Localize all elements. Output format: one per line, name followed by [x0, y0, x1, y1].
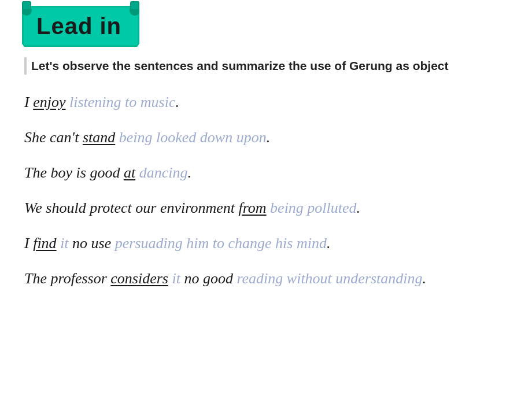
- main-content: Let's observe the sentences and summariz…: [0, 47, 532, 320]
- banner-background: Lead in: [22, 6, 139, 47]
- curl-right-decoration: [130, 1, 139, 10]
- curl-left-decoration: [22, 1, 31, 10]
- s1-part1: I: [24, 94, 33, 110]
- s3-prep: at: [124, 164, 135, 181]
- s4-gerund: being polluted: [270, 200, 356, 216]
- intro-text: Let's observe the sentences and summariz…: [24, 57, 508, 75]
- s6-verb: considers: [110, 270, 168, 287]
- sentence-1: I enjoy listening to music.: [24, 91, 508, 113]
- s5-part1: I: [24, 235, 33, 252]
- sentence-2: She can't stand being looked down upon.: [24, 126, 508, 149]
- sentence-6: The professor considers it no good readi…: [24, 267, 508, 290]
- banner-title: Lead in: [36, 13, 121, 39]
- s3-gerund: dancing: [139, 164, 188, 181]
- s6-it: it: [172, 270, 180, 287]
- s3-period: .: [187, 164, 191, 181]
- banner: Lead in: [22, 6, 139, 47]
- s2-period: .: [267, 129, 271, 146]
- s2-part1: She can't: [24, 129, 83, 146]
- s6-period: .: [423, 270, 427, 287]
- s5-period: .: [327, 235, 331, 252]
- sentence-3: The boy is good at dancing.: [24, 161, 508, 184]
- s4-prep: from: [238, 200, 266, 216]
- s6-part2: no good: [180, 270, 237, 287]
- s5-gerund: persuading him to change his mind: [115, 235, 327, 252]
- s1-gerund: listening to music: [69, 94, 175, 110]
- s5-it: it: [60, 235, 68, 252]
- s5-verb: find: [33, 235, 56, 252]
- s1-verb: enjoy: [33, 94, 65, 110]
- s2-verb: stand: [83, 129, 115, 146]
- s4-part1: We should protect our environment: [24, 200, 238, 216]
- s3-part1: The boy is good: [24, 164, 124, 181]
- s5-part2: no use: [69, 235, 115, 252]
- s4-period: .: [357, 200, 361, 216]
- s6-part1: The professor: [24, 270, 110, 287]
- s6-gerund: reading without understanding: [237, 270, 422, 287]
- sentence-4: We should protect our environment from b…: [24, 197, 508, 219]
- s2-gerund: being looked down upon: [119, 129, 267, 146]
- sentence-5: I find it no use persuading him to chang…: [24, 232, 508, 254]
- s1-period: .: [175, 94, 179, 110]
